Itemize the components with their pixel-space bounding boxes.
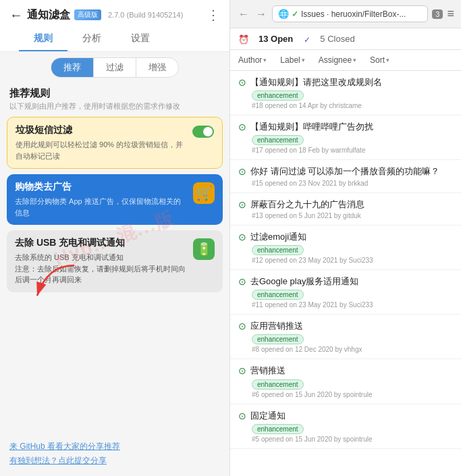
tab-analytics[interactable]: 分析 <box>67 27 116 51</box>
back-button[interactable]: ← <box>9 7 23 23</box>
rule-toggle-spam[interactable] <box>192 126 214 138</box>
issue-item[interactable]: ⊙ 屏蔽百分之九十九的广告消息 #13 opened on 5 Jun 2021… <box>230 193 461 226</box>
issue-badge: enhancement <box>252 245 304 255</box>
rule-title-spam: 垃圾短信过滤 <box>16 124 187 136</box>
rule-title-usb: 去除 USB 充电和调试通知 <box>15 237 188 249</box>
issue-title: 【通知规则】哔哩哔哩广告勿扰 <box>250 121 373 133</box>
issue-item[interactable]: ⊙ 去Google play服务适用通知 enhancement #11 ope… <box>230 270 461 315</box>
issue-meta: #15 opened on 23 Nov 2021 by brkkad <box>252 180 453 187</box>
filter-assignee[interactable]: Assignee ▾ <box>312 53 363 68</box>
issue-badge: enhancement <box>252 334 304 344</box>
issue-badge: enhancement <box>252 379 304 390</box>
subtab-enhance[interactable]: 增强 <box>136 58 178 77</box>
sort-label: Sort <box>370 55 385 65</box>
issue-item[interactable]: ⊙ 固定通知 enhancement #5 opened on 15 Jun 2… <box>230 404 461 449</box>
globe-icon: 🌐 <box>278 9 289 19</box>
secure-icon: ✓ <box>292 9 298 19</box>
tab-rules[interactable]: 规则 <box>19 27 67 51</box>
issue-item[interactable]: ⊙ 【通知规则】哔哩哔哩广告勿扰 enhancement #17 opened … <box>230 115 461 160</box>
issue-title: 【通知规则】请把这里改成规则名 <box>250 76 382 88</box>
sub-tabs-container: 推荐 过滤 增强 <box>0 52 229 80</box>
footer-links: 来 GitHub 看看大家的分享推荐 有独到想法？点此提交分享 <box>0 435 229 476</box>
issue-title: 应用营销推送 <box>250 320 303 332</box>
app-title: 通知滤盒 <box>27 8 70 22</box>
tab-count-icon[interactable]: 3 <box>432 9 443 19</box>
issue-meta: #11 opened on 23 May 2021 by Suci233 <box>252 301 453 309</box>
rule-title-shopping: 购物类去广告 <box>15 181 188 193</box>
browser-bar: ← → 🌐 ✓ Issues · heruoxin/FilterBox-... … <box>230 0 461 28</box>
right-panel: ← → 🌐 ✓ Issues · heruoxin/FilterBox-... … <box>229 0 461 476</box>
issue-open-icon: ⊙ <box>238 77 246 88</box>
browser-menu-button[interactable]: ≡ <box>447 7 454 21</box>
clock-icon: ⏰ <box>238 34 249 45</box>
issue-badge: enhancement <box>252 90 304 101</box>
label-label: Label <box>280 55 300 65</box>
issue-item[interactable]: ⊙ 【通知规则】请把这里改成规则名 enhancement #18 opened… <box>230 71 461 115</box>
header-left: ← 通知滤盒 高级版 2.7.0 (Build 91405214) <box>9 7 183 23</box>
rule-card-shopping[interactable]: 购物类去广告 去除部分购物类 App 推送广告，仅保留物流相关的信息 🛒 <box>7 174 223 225</box>
issue-open-icon: ⊙ <box>238 365 246 376</box>
issue-open-icon: ⊙ <box>238 232 246 242</box>
main-tabs: 规则 分析 设置 <box>9 27 220 51</box>
issue-title: 屏蔽百分之九十九的广告消息 <box>250 199 364 211</box>
issue-title: 固定通知 <box>250 410 286 422</box>
tab-open-issues[interactable]: 13 Open <box>259 34 293 45</box>
submit-link[interactable]: 有独到想法？点此提交分享 <box>9 455 220 467</box>
app-header: ← 通知滤盒 高级版 2.7.0 (Build 91405214) ⋮ 规则 分… <box>0 0 229 52</box>
sort-chevron: ▾ <box>386 57 389 63</box>
author-chevron: ▾ <box>263 57 267 63</box>
red-arrow <box>27 259 88 306</box>
issue-badge: enhancement <box>252 290 304 300</box>
issue-item[interactable]: ⊙ 应用营销推送 enhancement #8 opened on 12 Dec… <box>230 315 461 359</box>
browser-back-button[interactable]: ← <box>237 8 250 20</box>
issue-open-icon: ⊙ <box>238 166 246 177</box>
issue-badge: enhancement <box>252 135 304 145</box>
issue-open-icon: ⊙ <box>238 321 246 332</box>
issue-tabs: ⏰ 13 Open ✓ 5 Closed <box>230 28 461 50</box>
rule-desc-spam: 使用此规则可以轻松过滤 90% 的垃圾营销短信，并自动标记已读 <box>16 139 187 161</box>
assignee-chevron: ▾ <box>353 57 356 63</box>
more-button[interactable]: ⋮ <box>207 7 220 23</box>
rules-list: 垃圾短信过滤 使用此规则可以轻松过滤 90% 的垃圾营销短信，并自动标记已读 购… <box>0 117 229 435</box>
tab-closed-issues[interactable]: 5 Closed <box>320 34 354 45</box>
rule-card-spam-sms[interactable]: 垃圾短信过滤 使用此规则可以轻松过滤 90% 的垃圾营销短信，并自动标记已读 <box>7 117 223 169</box>
issue-meta: #12 opened on 23 May 2021 by Suci233 <box>252 257 453 264</box>
issue-open-icon: ⊙ <box>238 199 246 210</box>
issue-item[interactable]: ⊙ 过滤emoji通知 enhancement #12 opened on 23… <box>230 226 461 270</box>
rule-icon-usb: 🔋 <box>193 238 215 260</box>
issue-meta: #13 opened on 5 Jun 2021 by gitduk <box>252 212 453 219</box>
section-title: 推荐规则 <box>0 80 229 101</box>
issue-title: 去Google play服务适用通知 <box>250 275 358 288</box>
left-panel: ← 通知滤盒 高级版 2.7.0 (Build 91405214) ⋮ 规则 分… <box>0 0 229 476</box>
version-badge: 高级版 <box>74 9 101 20</box>
issue-title: 过滤emoji通知 <box>250 231 306 243</box>
issue-item[interactable]: ⊙ 你好 请问过滤 可以添加一个播放音频的功能嘛？ #15 opened on … <box>230 160 461 192</box>
filter-bar: Author ▾ Label ▾ Assignee ▾ Sort ▾ <box>230 50 461 71</box>
issue-meta: #5 opened on 15 Jun 2020 by spointrule <box>252 435 453 443</box>
filter-author[interactable]: Author ▾ <box>238 53 273 68</box>
rule-desc-shopping: 去除部分购物类 App 推送广告，仅保留物流相关的信息 <box>15 196 188 218</box>
issue-title: 你好 请问过滤 可以添加一个播放音频的功能嘛？ <box>250 165 439 178</box>
assignee-label: Assignee <box>319 55 352 65</box>
issue-badge: enhancement <box>252 424 304 434</box>
section-description: 以下规则由用户推荐，使用时请根据您的需求作修改 <box>0 101 229 117</box>
issues-list: ⊙ 【通知规则】请把这里改成规则名 enhancement #18 opened… <box>230 71 461 476</box>
filter-label[interactable]: Label ▾ <box>273 53 311 68</box>
subtab-recommend[interactable]: 推荐 <box>51 58 94 77</box>
rule-icon-shopping: 🛒 <box>193 182 215 204</box>
browser-forward-button[interactable]: → <box>254 8 268 20</box>
subtab-filter[interactable]: 过滤 <box>94 58 136 77</box>
issue-title: 营销推送 <box>250 365 286 377</box>
url-text: Issues · heruoxin/FilterBox-... <box>301 9 406 19</box>
check-icon: ✓ <box>304 35 310 45</box>
tab-settings[interactable]: 设置 <box>116 27 165 51</box>
issue-meta: #8 opened on 12 Dec 2020 by vhhgx <box>252 346 453 353</box>
address-bar[interactable]: 🌐 ✓ Issues · heruoxin/FilterBox-... <box>272 5 428 22</box>
issue-item[interactable]: ⊙ 营销推送 enhancement #6 opened on 15 Jun 2… <box>230 359 461 404</box>
app-version: 2.7.0 (Build 91405214) <box>108 11 183 19</box>
github-link[interactable]: 来 GitHub 看看大家的分享推荐 <box>9 441 220 452</box>
label-chevron: ▾ <box>302 57 305 63</box>
sub-tab-group: 推荐 过滤 增强 <box>51 57 179 78</box>
filter-sort[interactable]: Sort ▾ <box>363 53 396 68</box>
issue-meta: #6 opened on 15 Jun 2020 by spointrule <box>252 391 453 398</box>
